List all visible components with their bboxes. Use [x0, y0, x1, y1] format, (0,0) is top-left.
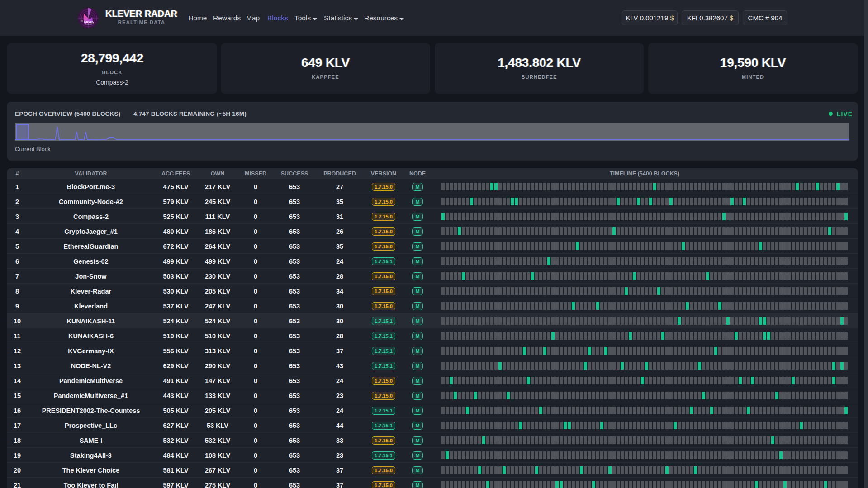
svg-text:RADAR: RADAR [85, 23, 92, 25]
svg-text:Klever: Klever [84, 20, 93, 23]
